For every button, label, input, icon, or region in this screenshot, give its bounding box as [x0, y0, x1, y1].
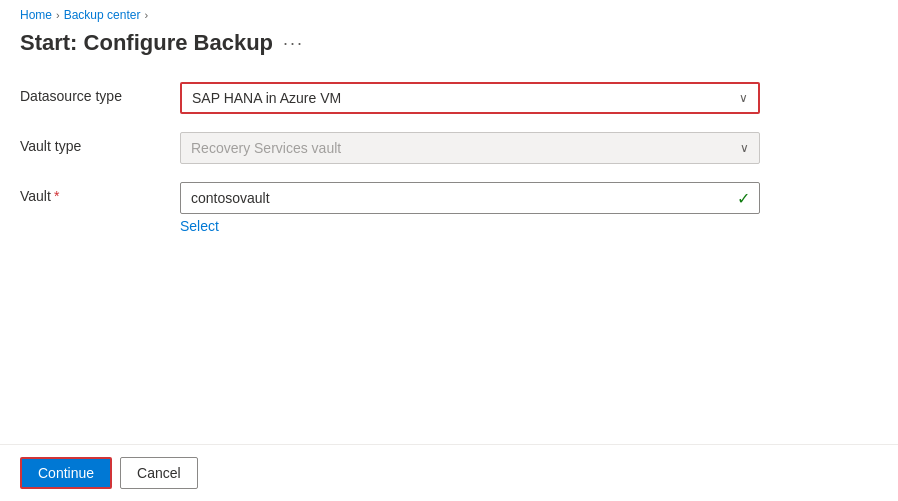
datasource-type-dropdown[interactable]: SAP HANA in Azure VM ∨ [180, 82, 760, 114]
vault-control: ✓ Select [180, 182, 878, 234]
vault-label: Vault * [20, 182, 180, 204]
datasource-type-value: SAP HANA in Azure VM [192, 90, 341, 106]
vault-type-row: Vault type Recovery Services vault ∨ [20, 132, 878, 164]
vault-select-link[interactable]: Select [180, 218, 878, 234]
datasource-type-chevron-icon: ∨ [739, 91, 748, 105]
datasource-type-control: SAP HANA in Azure VM ∨ [180, 82, 878, 114]
vault-input[interactable] [180, 182, 760, 214]
breadcrumb-sep-2: › [144, 9, 148, 21]
form-container: Datasource type SAP HANA in Azure VM ∨ V… [0, 72, 898, 444]
breadcrumb-backup-center[interactable]: Backup center [64, 8, 141, 22]
vault-type-dropdown: Recovery Services vault ∨ [180, 132, 760, 164]
more-options-icon[interactable]: ··· [283, 33, 304, 54]
vault-type-label: Vault type [20, 132, 180, 154]
datasource-type-label: Datasource type [20, 82, 180, 104]
breadcrumb-home[interactable]: Home [20, 8, 52, 22]
vault-type-chevron-icon: ∨ [740, 141, 749, 155]
continue-button[interactable]: Continue [20, 457, 112, 489]
footer: Continue Cancel [0, 444, 898, 501]
breadcrumb: Home › Backup center › [0, 0, 898, 26]
breadcrumb-sep-1: › [56, 9, 60, 21]
vault-type-placeholder: Recovery Services vault [191, 140, 341, 156]
datasource-type-row: Datasource type SAP HANA in Azure VM ∨ [20, 82, 878, 114]
vault-checkmark-icon: ✓ [737, 189, 750, 208]
page-title: Start: Configure Backup [20, 30, 273, 56]
page-header: Start: Configure Backup ··· [0, 26, 898, 72]
vault-type-control: Recovery Services vault ∨ [180, 132, 878, 164]
vault-input-wrapper: ✓ [180, 182, 760, 214]
vault-required-star: * [54, 188, 59, 204]
vault-row: Vault * ✓ Select [20, 182, 878, 234]
cancel-button[interactable]: Cancel [120, 457, 198, 489]
